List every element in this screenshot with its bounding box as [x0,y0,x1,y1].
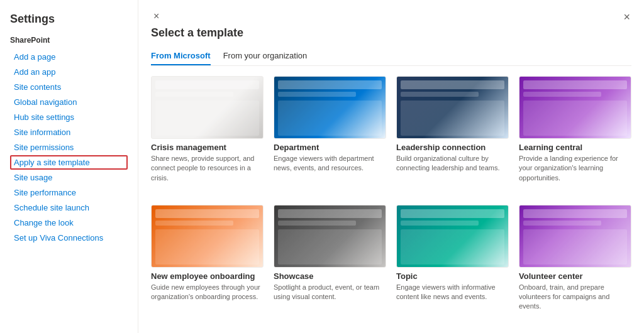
template-card-crisis-management[interactable]: Crisis managementShare news, provide sup… [151,76,264,195]
template-name-topic: Topic [396,271,509,281]
template-thumb-learning-central [519,76,631,139]
sidebar-item-site-contents[interactable]: Site contents [10,80,128,94]
sidebar-item-hub-site-settings[interactable]: Hub site settings [10,110,128,124]
tab-from-org[interactable]: From your organization [223,47,308,65]
template-card-new-employee-onboarding[interactable]: New employee onboardingGuide new employe… [151,205,264,324]
template-grid: Crisis managementShare news, provide sup… [151,76,631,323]
template-name-crisis-management: Crisis management [151,143,264,152]
template-desc-showcase: Spotlight a product, event, or team usin… [274,283,386,302]
template-thumb-leadership-connection [396,76,509,139]
template-name-volunteer-center: Volunteer center [519,271,631,281]
sidebar-item-change-the-look[interactable]: Change the look [10,216,128,230]
sidebar-section-label: SharePoint [10,36,128,45]
dialog-title: Select a template [151,26,631,40]
template-desc-leadership-connection: Build organizational culture by connecti… [396,154,509,173]
template-card-volunteer-center[interactable]: Volunteer centerOnboard, train, and prep… [519,205,631,324]
template-desc-volunteer-center: Onboard, train, and prepare volunteers f… [519,283,631,312]
template-thumb-topic [396,205,509,268]
template-desc-crisis-management: Share news, provide support, and connect… [151,154,264,183]
template-name-learning-central: Learning central [519,143,631,152]
main-panel: × × Select a template From MicrosoftFrom… [138,0,644,333]
template-card-showcase[interactable]: ShowcaseSpotlight a product, event, or t… [274,205,386,324]
dialog-close-top-button[interactable]: × [151,10,162,23]
template-desc-topic: Engage viewers with informative content … [396,283,509,302]
template-thumb-department [274,76,386,139]
outer-close-button[interactable]: × [622,10,631,24]
template-name-leadership-connection: Leadership connection [396,143,509,152]
template-desc-department: Engage viewers with department news, eve… [274,154,386,173]
template-name-showcase: Showcase [274,271,386,281]
sidebar: Settings SharePoint Add a pageAdd an app… [0,0,138,333]
sidebar-item-site-information[interactable]: Site information [10,125,128,139]
template-card-leadership-connection[interactable]: Leadership connectionBuild organizationa… [396,76,509,195]
template-desc-learning-central: Provide a landing experience for your or… [519,154,631,183]
sidebar-item-site-usage[interactable]: Site usage [10,170,128,185]
tab-from-microsoft[interactable]: From Microsoft [151,47,211,65]
template-desc-new-employee-onboarding: Guide new employees through your organiz… [151,283,264,302]
template-card-topic[interactable]: TopicEngage viewers with informative con… [396,205,509,324]
sidebar-item-add-page[interactable]: Add a page [10,50,128,64]
sidebar-item-apply-site-template[interactable]: Apply a site template [10,155,128,170]
settings-title: Settings [10,13,128,26]
sidebar-item-add-app[interactable]: Add an app [10,65,128,79]
template-card-learning-central[interactable]: Learning centralProvide a landing experi… [519,76,631,195]
template-thumb-crisis-management [151,76,264,139]
template-tabs: From MicrosoftFrom your organization [151,47,631,66]
sidebar-item-site-performance[interactable]: Site performance [10,185,128,200]
sidebar-item-global-navigation[interactable]: Global navigation [10,95,128,109]
sidebar-item-set-up-viva[interactable]: Set up Viva Connections [10,231,128,245]
template-name-department: Department [274,143,386,152]
template-card-department[interactable]: DepartmentEngage viewers with department… [274,76,386,195]
template-thumb-showcase [274,205,386,268]
sidebar-item-site-permissions[interactable]: Site permissions [10,140,128,155]
template-name-new-employee-onboarding: New employee onboarding [151,271,264,281]
template-thumb-new-employee-onboarding [151,205,264,268]
sidebar-item-schedule-site-launch[interactable]: Schedule site launch [10,200,128,215]
template-thumb-volunteer-center [519,205,631,268]
